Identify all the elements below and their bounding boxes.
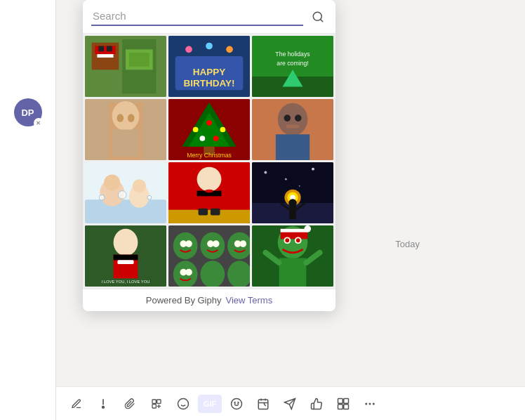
svg-rect-127	[344, 404, 349, 409]
svg-point-57	[197, 167, 222, 192]
gif-item[interactable]: HAPPY BIRTHDAY!	[168, 36, 250, 97]
svg-text:I LOVE YOU, I LOVE YOU: I LOVE YOU, I LOVE YOU	[102, 280, 150, 284]
svg-rect-125	[344, 398, 349, 403]
exclamation-icon	[98, 398, 109, 409]
svg-point-101	[304, 225, 311, 232]
like-icon	[310, 398, 323, 410]
search-button[interactable]	[309, 8, 327, 26]
svg-rect-42	[276, 134, 310, 160]
svg-rect-4	[95, 46, 116, 55]
gif-thumbnail: Merry Christmas	[168, 99, 250, 160]
gif-thumbnail	[168, 225, 250, 287]
gif-item[interactable]	[85, 99, 166, 160]
gif-item[interactable]	[252, 162, 333, 223]
gif-thumbnail	[252, 162, 333, 223]
gif-thumbnail	[85, 162, 166, 223]
svg-text:Merry Christmas: Merry Christmas	[187, 152, 232, 159]
paperclip-icon	[124, 398, 135, 409]
like-button[interactable]	[305, 392, 328, 416]
apps-icon	[337, 398, 350, 410]
avatar-initials: DP	[21, 107, 34, 118]
svg-point-77	[114, 229, 138, 256]
attach-button[interactable]	[118, 392, 142, 416]
svg-rect-61	[199, 209, 208, 216]
svg-point-114	[178, 398, 189, 409]
gif-item[interactable]: I LOVE YOU, I LOVE YOU	[85, 225, 166, 287]
svg-point-52	[99, 195, 105, 200]
svg-point-26	[112, 101, 140, 131]
apps-button[interactable]	[331, 392, 355, 416]
gif-thumbnail: The holidays are coming!	[252, 36, 333, 97]
svg-point-34	[206, 120, 212, 126]
gif-item[interactable]	[252, 99, 333, 160]
gif-grid: HAPPY BIRTHDAY! The holidays are coming!	[83, 34, 335, 289]
svg-point-37	[213, 136, 219, 141]
svg-rect-7	[107, 46, 112, 52]
view-terms-link[interactable]: View Terms	[225, 295, 272, 306]
svg-point-35	[220, 127, 225, 133]
svg-point-43	[284, 114, 291, 122]
svg-point-54	[147, 195, 152, 199]
gif-item[interactable]	[85, 36, 166, 97]
svg-text:The holidays: The holidays	[275, 51, 310, 58]
more-dots-icon	[364, 398, 376, 410]
schedule-icon	[257, 398, 270, 410]
svg-point-29	[128, 114, 135, 122]
svg-rect-62	[211, 209, 220, 216]
svg-rect-72	[289, 206, 296, 219]
svg-rect-45	[286, 125, 299, 129]
gif-thumbnail: I LOVE YOU, I LOVE YOU	[85, 225, 166, 287]
svg-rect-79	[114, 255, 138, 261]
svg-rect-126	[338, 404, 343, 409]
search-input[interactable]	[91, 7, 303, 26]
gif-item[interactable]: The holidays are coming!	[252, 36, 333, 97]
svg-point-88	[213, 240, 220, 247]
svg-rect-27	[112, 130, 140, 157]
translate-button[interactable]	[145, 392, 168, 416]
gif-thumbnail	[168, 162, 250, 223]
gif-button[interactable]: GIF	[198, 395, 222, 413]
gif-item[interactable]	[168, 225, 250, 287]
svg-point-73	[288, 199, 297, 207]
svg-rect-6	[98, 46, 104, 52]
gif-button-label: GIF	[204, 400, 216, 408]
format-button[interactable]	[65, 392, 88, 416]
gif-thumbnail	[85, 99, 166, 160]
svg-point-66	[285, 178, 287, 181]
send-button[interactable]	[278, 392, 302, 416]
emoji-icon	[177, 398, 190, 410]
exclamation-button[interactable]	[91, 392, 115, 416]
svg-point-67	[312, 168, 314, 171]
emoji-button[interactable]	[171, 392, 195, 416]
svg-point-110	[102, 406, 105, 408]
translate-icon	[151, 398, 162, 409]
gif-picker-popup: HAPPY BIRTHDAY! The holidays are coming!	[83, 0, 335, 311]
svg-point-44	[295, 114, 302, 122]
svg-point-50	[104, 174, 120, 190]
schedule-button[interactable]	[251, 392, 275, 416]
gif-item[interactable]	[168, 162, 250, 223]
svg-rect-106	[279, 258, 307, 287]
svg-point-36	[199, 136, 205, 141]
svg-rect-111	[152, 400, 156, 403]
search-icon	[312, 11, 324, 23]
svg-point-33	[193, 127, 199, 133]
svg-rect-60	[205, 190, 213, 193]
svg-rect-56	[168, 210, 250, 223]
gif-thumbnail: HAPPY BIRTHDAY!	[168, 36, 250, 97]
svg-point-130	[373, 402, 375, 405]
svg-text:are coming!: are coming!	[277, 60, 308, 67]
sticker-button[interactable]	[225, 392, 248, 416]
sidebar: DP	[0, 0, 56, 420]
svg-point-68	[299, 185, 300, 187]
gif-item[interactable]: Merry Christmas	[168, 99, 250, 160]
gif-item[interactable]	[85, 162, 166, 223]
bottom-toolbar: GIF	[56, 386, 525, 420]
svg-rect-118	[258, 400, 268, 409]
today-label: Today	[395, 239, 420, 249]
gif-item[interactable]	[252, 225, 333, 287]
svg-text:BIRTHDAY!: BIRTHDAY!	[183, 78, 234, 88]
avatar-status-badge	[34, 118, 44, 128]
svg-rect-100	[281, 229, 308, 232]
more-options-button[interactable]	[358, 392, 382, 416]
